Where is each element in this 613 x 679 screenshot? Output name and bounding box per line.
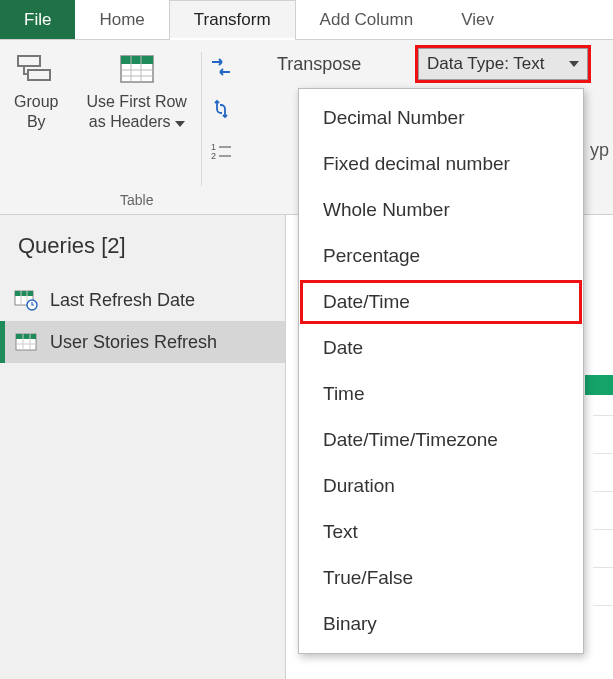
queries-pane: Queries [2] Last Refresh Date: [0, 215, 286, 679]
grid-line: [593, 605, 613, 606]
datatype-fixed-decimal[interactable]: Fixed decimal number: [299, 141, 583, 187]
tab-view[interactable]: Viev: [437, 0, 518, 39]
datatype-date-time-timezone[interactable]: Date/Time/Timezone: [299, 417, 583, 463]
use-first-row-button[interactable]: Use First Row as Headers: [80, 48, 192, 136]
datatype-whole-number[interactable]: Whole Number: [299, 187, 583, 233]
svg-text:2: 2: [211, 151, 216, 161]
datatype-date[interactable]: Date: [299, 325, 583, 371]
menu-item-label: Whole Number: [323, 199, 450, 220]
tab-home[interactable]: Home: [75, 0, 168, 39]
chevron-down-icon: [569, 61, 579, 67]
query-item-label: User Stories Refresh: [50, 332, 217, 353]
ribbon-mini-column: 1 2: [202, 40, 246, 164]
grid-line: [593, 415, 613, 416]
transpose-icon-button[interactable]: [208, 54, 234, 80]
chevron-down-icon: [175, 121, 185, 127]
ribbon-group-groupby: Group By: [0, 40, 72, 214]
label-line: as Headers: [86, 112, 186, 132]
table-headers-icon: [117, 52, 157, 86]
datatype-true-false[interactable]: True/False: [299, 555, 583, 601]
datatype-binary[interactable]: Binary: [299, 601, 583, 647]
grid-line: [593, 529, 613, 530]
group-by-button[interactable]: Group By: [8, 48, 64, 136]
menu-item-label: Time: [323, 383, 365, 404]
menu-item-label: Binary: [323, 613, 377, 634]
label-line: By: [14, 112, 58, 132]
group-by-label: Group By: [14, 92, 58, 132]
menu-item-label: Fixed decimal number: [323, 153, 510, 174]
grid-line: [593, 567, 613, 568]
column-header-strip: [585, 375, 613, 395]
menu-item-label: Text: [323, 521, 358, 542]
tab-label: File: [24, 10, 51, 30]
datatype-time[interactable]: Time: [299, 371, 583, 417]
datatype-text[interactable]: Text: [299, 509, 583, 555]
menu-item-label: Decimal Number: [323, 107, 464, 128]
ribbon-group-caption: Table: [120, 192, 153, 214]
ribbon-group-usefirstrow: Use First Row as Headers Table: [72, 40, 200, 214]
tab-label: Add Column: [320, 10, 414, 30]
tab-transform[interactable]: Transform: [169, 0, 296, 39]
menu-item-label: Date/Time: [323, 291, 410, 312]
svg-rect-18: [16, 334, 36, 339]
transpose-label: Transpose: [277, 54, 361, 75]
table-clock-icon: [14, 289, 38, 311]
query-item-last-refresh[interactable]: Last Refresh Date: [0, 279, 285, 321]
menu-item-label: Date/Time/Timezone: [323, 429, 498, 450]
menu-item-label: Date: [323, 337, 363, 358]
group-by-icon: [16, 52, 56, 86]
menu-item-label: Percentage: [323, 245, 420, 266]
data-type-dropdown-button[interactable]: Data Type: Text: [418, 48, 588, 80]
queries-header: Queries [2]: [0, 215, 285, 279]
datatype-duration[interactable]: Duration: [299, 463, 583, 509]
datatype-decimal-number[interactable]: Decimal Number: [299, 95, 583, 141]
menu-item-label: True/False: [323, 567, 413, 588]
datatype-date-time[interactable]: Date/Time: [299, 279, 583, 325]
menu-tabs: File Home Transform Add Column Viev: [0, 0, 613, 40]
label-line: Use First Row: [86, 92, 186, 112]
grid-line: [593, 491, 613, 492]
data-type-menu: Decimal Number Fixed decimal number Whol…: [298, 88, 584, 654]
data-type-button-label: Data Type: Text: [427, 54, 545, 74]
tab-add-column[interactable]: Add Column: [296, 0, 438, 39]
svg-rect-3: [121, 56, 153, 64]
count-rows-icon-button[interactable]: 1 2: [208, 138, 234, 164]
tab-label: Home: [99, 10, 144, 30]
tab-file[interactable]: File: [0, 0, 75, 39]
query-item-user-stories[interactable]: User Stories Refresh: [0, 321, 285, 363]
reverse-rows-icon-button[interactable]: [208, 96, 234, 122]
grid-line: [593, 453, 613, 454]
tab-label: Transform: [194, 10, 271, 30]
menu-item-label: Duration: [323, 475, 395, 496]
datatype-percentage[interactable]: Percentage: [299, 233, 583, 279]
truncated-text: yp: [590, 140, 609, 161]
query-item-label: Last Refresh Date: [50, 290, 195, 311]
svg-rect-13: [15, 291, 33, 296]
use-first-row-label: Use First Row as Headers: [86, 92, 186, 132]
svg-rect-1: [28, 70, 50, 80]
label-line: Group: [14, 92, 58, 112]
table-icon: [14, 331, 38, 353]
svg-rect-0: [18, 56, 40, 66]
tab-label: Viev: [461, 10, 494, 30]
